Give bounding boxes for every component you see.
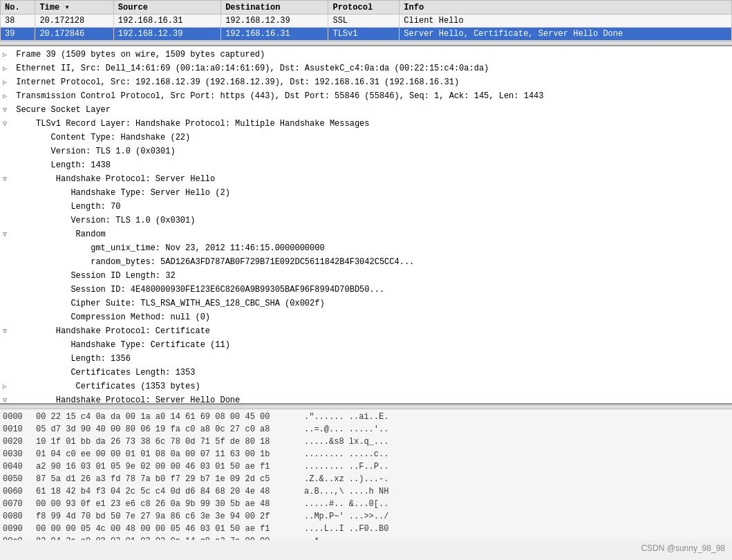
hex-offset: 00a0: [3, 535, 30, 540]
detail-line: Version: TLS 1.0 (0x0301): [3, 144, 729, 158]
detail-line[interactable]: ▽ Handshake Protocol: Certificate: [3, 324, 729, 338]
detail-line[interactable]: ▷ Certificates (1353 bytes): [3, 380, 729, 393]
detail-panel[interactable]: ▷ Frame 39 (1509 bytes on wire, 1509 byt…: [0, 45, 732, 404]
detail-text: gmt_unix_time: Nov 23, 2012 11:46:15.000…: [11, 243, 325, 253]
detail-line: Certificates Length: 1353: [3, 366, 729, 380]
cell-r1-c5: Server Hello, Certificate, Server Hello …: [400, 28, 732, 41]
table-row[interactable]: 3920.172846192.168.12.39192.168.16.31TLS…: [1, 28, 732, 41]
detail-text: Session ID Length: 32: [11, 271, 176, 281]
hex-offset: 0080: [3, 510, 30, 523]
expand-arrow: ▽: [3, 395, 11, 404]
hex-bytes: 87 5a d1 26 a3 fd 78 7a b0 f7 29 b7 1e 0…: [36, 473, 299, 485]
hex-line: 007000 00 93 0f e1 23 e6 c8 26 0a 9b 99 …: [3, 498, 729, 510]
hex-line: 0040a2 90 16 03 01 05 9e 02 00 00 46 03 …: [3, 460, 729, 473]
hex-line: 009000 00 00 05 4c 00 48 00 00 05 46 03 …: [3, 523, 729, 535]
cell-r0-c0: 38: [1, 15, 35, 28]
hex-line: 006061 18 42 b4 f3 04 2c 5c c4 0d d6 84 …: [3, 485, 729, 498]
detail-line[interactable]: ▽ Handshake Protocol: Server Hello Done: [3, 393, 729, 404]
hex-bytes: 00 22 15 c4 0a da 00 1a a0 14 61 69 08 0…: [36, 411, 299, 423]
detail-line[interactable]: ▷ Transmission Control Protocol, Src Por…: [3, 89, 729, 103]
hex-ascii: ....L..I ..F0..B0: [304, 523, 388, 535]
detail-line[interactable]: ▷ Internet Protocol, Src: 192.168.12.39 …: [3, 75, 729, 89]
hex-line: 0080f8 99 4d 70 bd 50 7e 27 9a 86 c6 3e …: [3, 510, 729, 523]
hex-ascii: ..Mp.P~' ...>>../: [304, 510, 388, 523]
hex-line: 000000 22 15 c4 0a da 00 1a a0 14 61 69 …: [3, 411, 729, 423]
detail-text: Handshake Type: Server Hello (2): [11, 188, 230, 198]
detail-text: Random: [11, 230, 106, 239]
detail-text: Secure Socket Layer: [11, 105, 111, 115]
detail-line[interactable]: ▽ Random: [3, 227, 729, 241]
expand-arrow: ▽: [3, 119, 11, 129]
detail-text: Ethernet II, Src: Dell_14:61:69 (00:1a:a…: [11, 64, 489, 73]
detail-line[interactable]: ▽ TLSv1 Record Layer: Handshake Protocol…: [3, 117, 729, 131]
detail-line: Session ID: 4E480000930FE123E6C8260A9B99…: [3, 283, 729, 297]
col-header-time--[interactable]: Time ▾: [35, 1, 113, 15]
hex-line: 002010 1f 01 bb da 26 73 38 6c 78 0d 71 …: [3, 436, 729, 448]
detail-line[interactable]: ▽ Secure Socket Layer: [3, 103, 729, 117]
hex-bytes: 00 00 00 05 4c 00 48 00 00 05 46 03 01 5…: [36, 523, 299, 535]
cell-r0-c2: 192.168.16.31: [113, 15, 220, 28]
expand-arrow: ▷: [3, 382, 11, 392]
detail-text: Version: TLS 1.0 (0x0301): [11, 147, 176, 156]
detail-line: Session ID Length: 32: [3, 269, 729, 283]
detail-line: Handshake Type: Certificate (11): [3, 338, 729, 352]
detail-text: Content Type: Handshake (22): [11, 133, 190, 142]
hex-offset: 0050: [3, 473, 30, 485]
detail-text: TLSv1 Record Layer: Handshake Protocol: …: [11, 119, 369, 129]
hex-line: 001005 d7 3d 90 40 00 80 06 19 fa c0 a8 …: [3, 423, 729, 436]
hex-bytes: 82 04 2a a0 03 02 01 02 02 0a 14 c9 a2 7…: [36, 535, 299, 540]
col-header-source[interactable]: Source: [113, 1, 220, 15]
detail-text: Handshake Protocol: Server Hello: [11, 174, 215, 184]
cell-r0-c5: Client Hello: [400, 15, 732, 28]
detail-line: Length: 70: [3, 200, 729, 214]
table-row[interactable]: 3820.172128192.168.16.31192.168.12.39SSL…: [1, 15, 732, 28]
detail-line[interactable]: ▷ Frame 39 (1509 bytes on wire, 1509 byt…: [3, 48, 729, 62]
detail-text: Cipher Suite: TLS_RSA_WITH_AES_128_CBC_S…: [11, 299, 325, 308]
hex-line: 003001 04 c0 ee 00 00 01 01 08 0a 00 07 …: [3, 448, 729, 460]
cell-r1-c4: TLSv1: [328, 28, 400, 41]
hex-ascii: ."...... ..ai..E.: [304, 411, 388, 423]
col-header-no-[interactable]: No.: [1, 1, 35, 15]
hex-bytes: f8 99 4d 70 bd 50 7e 27 9a 86 c6 3e 3e 9…: [36, 510, 299, 523]
detail-text: Length: 1438: [11, 160, 111, 170]
hex-bytes: 61 18 42 b4 f3 04 2c 5c c4 0d d6 84 68 2…: [36, 485, 299, 498]
hex-offset: 0070: [3, 498, 30, 510]
expand-arrow: ▷: [3, 77, 11, 88]
hex-line: 005087 5a d1 26 a3 fd 78 7a b0 f7 29 b7 …: [3, 473, 729, 485]
hex-offset: 0040: [3, 460, 30, 473]
expand-arrow: ▽: [3, 174, 11, 185]
detail-line[interactable]: ▷ Ethernet II, Src: Dell_14:61:69 (00:1a…: [3, 62, 729, 75]
hex-ascii: .....#.. &...0[..: [304, 498, 388, 510]
hex-bytes: a2 90 16 03 01 05 9e 02 00 00 46 03 01 5…: [36, 460, 299, 473]
col-header-info[interactable]: Info: [400, 1, 732, 15]
hex-offset: 0000: [3, 411, 30, 423]
hex-bytes: 05 d7 3d 90 40 00 80 06 19 fa c0 a8 0c 2…: [36, 423, 299, 436]
hex-offset: 0060: [3, 485, 30, 498]
hex-panel[interactable]: 000000 22 15 c4 0a da 00 1a a0 14 61 69 …: [0, 409, 732, 540]
hex-offset: 0010: [3, 423, 30, 436]
expand-arrow: ▽: [3, 105, 11, 115]
hex-ascii: ........ ..F..P..: [304, 460, 388, 473]
detail-text: random_bytes: 5AD126A3FD787AB0F729B71E09…: [11, 257, 414, 267]
cell-r1-c2: 192.168.12.39: [113, 28, 220, 41]
detail-text: Compression Method: null (0): [11, 312, 210, 322]
hex-bytes: 00 00 93 0f e1 23 e6 c8 26 0a 9b 99 30 5…: [36, 498, 299, 510]
detail-line: Content Type: Handshake (22): [3, 131, 729, 144]
col-header-destination[interactable]: Destination: [221, 1, 328, 15]
detail-text: Session ID: 4E480000930FE123E6C8260A9B99…: [11, 285, 384, 295]
detail-line[interactable]: ▽ Handshake Protocol: Server Hello: [3, 172, 729, 186]
expand-arrow: ▷: [3, 64, 11, 74]
cell-r1-c0: 39: [1, 28, 35, 41]
hex-bytes: 01 04 c0 ee 00 00 01 01 08 0a 00 07 11 6…: [36, 448, 299, 460]
expand-arrow: ▷: [3, 50, 11, 60]
detail-line: Version: TLS 1.0 (0x0301): [3, 214, 729, 227]
hex-ascii: .....&s8 lx.q_...: [304, 436, 388, 448]
cell-r0-c4: SSL: [328, 15, 400, 28]
detail-text: Frame 39 (1509 bytes on wire, 1509 bytes…: [11, 50, 265, 59]
expand-arrow: ▷: [3, 91, 11, 102]
hex-ascii: ..=.@... .....'..: [304, 423, 388, 436]
detail-text: Certificates Length: 1353: [11, 368, 195, 377]
expand-arrow: ▽: [3, 326, 11, 337]
col-header-protocol[interactable]: Protocol: [328, 1, 400, 15]
hex-offset: 0090: [3, 523, 30, 535]
